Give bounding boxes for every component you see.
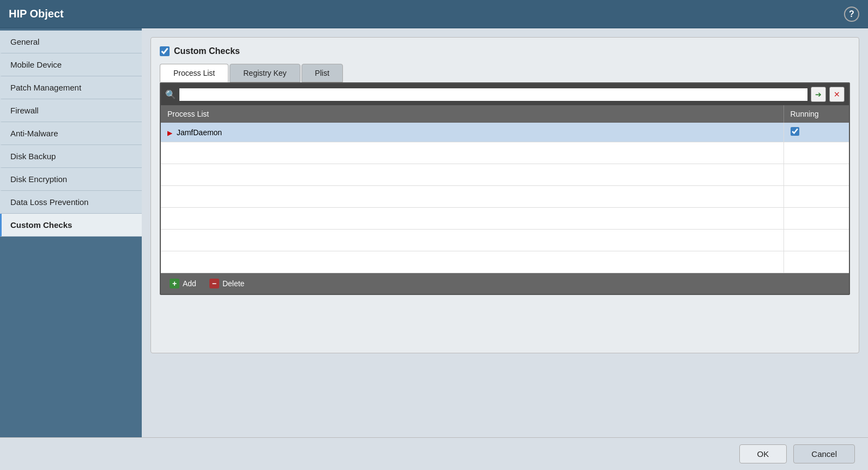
panel: Custom Checks Process List Registry Key … (150, 37, 859, 353)
table-outer: 🔍 ➔ ✕ Process List Running (160, 82, 850, 295)
panel-title: Custom Checks (174, 46, 240, 56)
close-search-button[interactable]: ✕ (829, 87, 845, 102)
delete-icon: − (209, 279, 219, 288)
sidebar-item-disk-encryption[interactable]: Disk Encryption (0, 168, 142, 191)
sidebar-item-mobile-device[interactable]: Mobile Device (0, 53, 142, 76)
page-title: HIP Object (9, 8, 64, 20)
add-icon: + (170, 279, 179, 288)
row-marker: ▶ (167, 129, 172, 137)
search-input[interactable] (179, 88, 807, 101)
tab-process-list[interactable]: Process List (160, 64, 228, 82)
cell-running (783, 123, 849, 142)
title-bar: HIP Object ? (0, 0, 868, 28)
sidebar-item-general[interactable]: General (0, 31, 142, 53)
panel-header: Custom Checks (160, 46, 850, 56)
content-area: Custom Checks Process List Registry Key … (142, 28, 868, 470)
table-row-empty-4 (161, 208, 849, 230)
delete-button[interactable]: − Delete (207, 278, 246, 290)
sidebar-item-disk-backup[interactable]: Disk Backup (0, 145, 142, 168)
tab-plist[interactable]: Plist (302, 64, 343, 82)
table-row-empty-6 (161, 251, 849, 273)
tab-registry-key[interactable]: Registry Key (230, 64, 300, 82)
help-icon[interactable]: ? (844, 7, 859, 22)
table-row[interactable]: ▶ JamfDaemon (161, 123, 849, 142)
running-checkbox[interactable] (791, 127, 799, 136)
bottom-bar: OK Cancel (0, 437, 868, 470)
data-table: Process List Running ▶ JamfDaemon (161, 105, 849, 273)
cell-process-name: ▶ JamfDaemon (161, 123, 783, 142)
sidebar-item-firewall[interactable]: Firewall (0, 99, 142, 122)
navigate-forward-button[interactable]: ➔ (811, 87, 826, 102)
add-button[interactable]: + Add (167, 278, 198, 290)
table-row-empty-1 (161, 142, 849, 164)
sidebar-item-custom-checks[interactable]: Custom Checks (0, 214, 142, 237)
column-header-process-list: Process List (161, 105, 783, 123)
search-bar: 🔍 ➔ ✕ (161, 83, 849, 105)
column-header-running: Running (783, 105, 849, 123)
search-icon: 🔍 (165, 89, 176, 100)
custom-checks-checkbox[interactable] (160, 46, 170, 56)
sidebar-item-anti-malware[interactable]: Anti-Malware (0, 122, 142, 145)
sidebar-item-data-loss-prevention[interactable]: Data Loss Prevention (0, 191, 142, 214)
sidebar-item-patch-management[interactable]: Patch Management (0, 76, 142, 99)
table-row-empty-5 (161, 230, 849, 251)
table-footer: + Add − Delete (161, 273, 849, 294)
cancel-button[interactable]: Cancel (793, 444, 855, 463)
table-row-empty-3 (161, 186, 849, 208)
tabs-container: Process List Registry Key Plist (160, 64, 850, 82)
sidebar: General Mobile Device Patch Management F… (0, 28, 142, 470)
ok-button[interactable]: OK (739, 444, 787, 463)
table-row-empty-2 (161, 164, 849, 186)
main-layout: General Mobile Device Patch Management F… (0, 28, 868, 470)
